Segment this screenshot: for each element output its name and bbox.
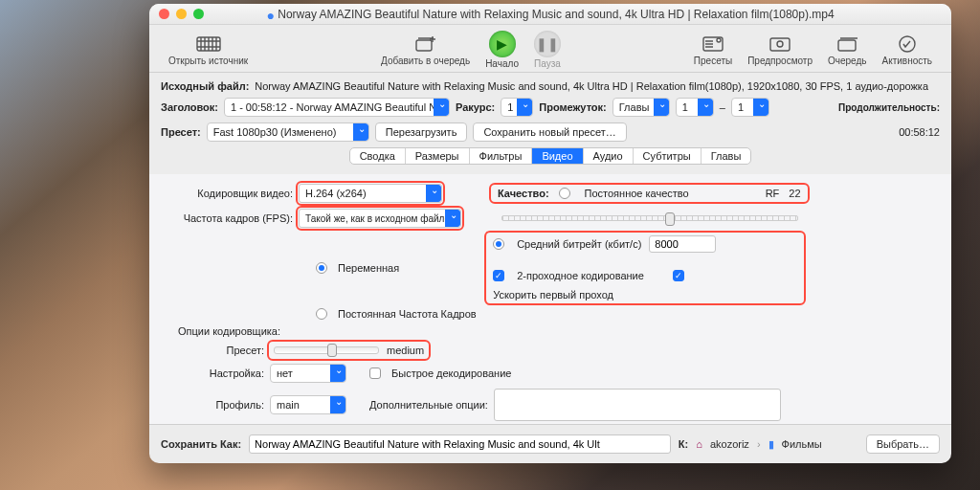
- avg-bitrate-radio[interactable]: [493, 238, 504, 250]
- title-bar: ● Norway AMAZING Beautiful Nature with R…: [149, 4, 951, 25]
- source-row: Исходный файл: Norway AMAZING Beautiful …: [161, 80, 940, 92]
- extra-options-input[interactable]: [494, 389, 781, 421]
- source-label: Исходный файл:: [161, 80, 249, 92]
- add-to-queue-button[interactable]: Добавить в очередь: [373, 33, 478, 66]
- encoder-select[interactable]: H.264 (x264): [299, 184, 442, 203]
- presets-icon: [700, 33, 726, 55]
- extra-options-label: Дополнительные опции:: [369, 399, 488, 411]
- constant-quality-radio[interactable]: [559, 188, 570, 199]
- home-icon: ⌂: [696, 438, 702, 450]
- bitrate-input[interactable]: [649, 235, 716, 253]
- chapter-to[interactable]: 1: [731, 98, 769, 117]
- angle-label: Ракурс:: [456, 101, 495, 113]
- enc-preset-slider[interactable]: [274, 346, 379, 354]
- preset-label: Пресет:: [161, 126, 201, 138]
- tab-chapters[interactable]: Главы: [702, 148, 751, 164]
- quality-group: Качество: Постоянное качество RF 22: [492, 186, 807, 201]
- content-area: Исходный файл: Norway AMAZING Beautiful …: [149, 73, 951, 424]
- profile-select[interactable]: main: [270, 395, 346, 414]
- constant-quality-label: Постоянное качество: [585, 188, 689, 199]
- chapter-from[interactable]: 1: [676, 98, 714, 117]
- duration-block: Продолжительность:: [838, 102, 940, 113]
- rf-label: RF: [766, 188, 780, 199]
- queue-icon: [834, 33, 860, 55]
- svg-point-5: [777, 41, 783, 47]
- tune-label: Настройка:: [168, 368, 264, 379]
- two-pass-label: 2-проходное кодирование: [517, 270, 644, 281]
- fps-select[interactable]: Такой же, как в исходном файле: [299, 209, 461, 228]
- svg-rect-1: [416, 40, 432, 51]
- path-folder: Фильмы: [782, 438, 822, 450]
- tab-subtitles[interactable]: Субтитры: [634, 148, 702, 164]
- tab-dimensions[interactable]: Размеры: [406, 148, 470, 164]
- range-label: Промежуток:: [539, 101, 607, 113]
- tune-select[interactable]: нет: [270, 364, 346, 383]
- save-as-input[interactable]: [249, 434, 671, 454]
- cfr-radio[interactable]: [316, 308, 327, 320]
- svg-rect-6: [838, 40, 856, 51]
- queue-add-icon: [412, 33, 439, 55]
- save-as-label: Сохранить Как:: [161, 438, 241, 450]
- minimize-icon[interactable]: [176, 9, 187, 19]
- quality-slider[interactable]: [501, 215, 798, 221]
- tabs-segment[interactable]: Сводка Размеры Фильтры Видео Аудио Субти…: [349, 147, 752, 165]
- range-select[interactable]: Главы: [612, 98, 670, 117]
- tab-summary[interactable]: Сводка: [350, 148, 406, 164]
- zoom-icon[interactable]: [193, 9, 204, 19]
- app-window: ● Norway AMAZING Beautiful Nature with R…: [149, 4, 951, 463]
- preset-row: Пресет: Fast 1080p30 (Изменено) Перезагр…: [161, 122, 940, 142]
- dest-label: К:: [679, 438, 688, 450]
- presets-button[interactable]: Пресеты: [686, 33, 740, 66]
- bitrate-group: Средний битрейт (кбит/с) ✓ 2-проходное к…: [487, 234, 803, 302]
- folder-icon: ▮: [768, 438, 774, 451]
- traffic-lights: [149, 9, 204, 19]
- title-header-label: Заголовок:: [161, 101, 218, 113]
- fast-decode-label: Быстрое декодирование: [391, 368, 511, 379]
- path-user: akozoriz: [710, 438, 749, 450]
- activity-icon: [894, 33, 921, 55]
- turbo-label: Ускорить первый проход: [493, 289, 613, 301]
- quality-label: Качество:: [498, 188, 549, 199]
- vfr-label: Переменная: [338, 262, 399, 274]
- pause-icon: ❚❚: [534, 31, 561, 57]
- profile-label: Профиль:: [168, 399, 264, 411]
- duration-value: 00:58:12: [899, 126, 940, 138]
- tab-video[interactable]: Видео: [532, 148, 583, 164]
- fast-decode-checkbox[interactable]: [369, 368, 381, 379]
- activity-button[interactable]: Активность: [875, 33, 941, 66]
- preset-select[interactable]: Fast 1080p30 (Изменено): [207, 122, 369, 142]
- tab-bar: Сводка Размеры Фильтры Видео Аудио Субти…: [161, 147, 940, 165]
- preview-button[interactable]: Предпросмотр: [740, 33, 820, 66]
- fps-label: Частота кадров (FPS):: [168, 212, 293, 224]
- vfr-radio[interactable]: [316, 262, 327, 274]
- tab-audio[interactable]: Аудио: [584, 148, 634, 164]
- enc-preset-value: medium: [387, 345, 424, 356]
- window-title: ● Norway AMAZING Beautiful Nature with R…: [149, 8, 951, 21]
- rf-value: 22: [789, 188, 800, 199]
- title-select[interactable]: 1 - 00:58:12 - Norway AMAZING Beautiful …: [224, 98, 450, 117]
- angle-select[interactable]: 1: [501, 98, 533, 117]
- enc-options-label: Опции кодировщика:: [168, 325, 293, 337]
- title-row: Заголовок: 1 - 00:58:12 - Norway AMAZING…: [161, 98, 940, 117]
- reload-button[interactable]: Перезагрузить: [375, 122, 468, 142]
- svg-rect-4: [770, 38, 790, 51]
- pause-button[interactable]: ❚❚ Пауза: [526, 31, 568, 69]
- cfr-label: Постоянная Частота Кадров: [338, 308, 477, 320]
- chevron-icon: ›: [757, 438, 761, 450]
- two-pass-checkbox[interactable]: ✓: [493, 270, 504, 281]
- footer: Сохранить Как: К: ⌂ akozoriz › ▮ Фильмы …: [149, 424, 951, 463]
- film-icon: [195, 33, 222, 55]
- close-icon[interactable]: [159, 9, 169, 19]
- queue-button[interactable]: Очередь: [820, 33, 875, 66]
- encoder-label: Кодировщик видео:: [168, 188, 293, 199]
- play-icon: ▶: [489, 31, 516, 57]
- turbo-checkbox[interactable]: ✓: [673, 270, 684, 281]
- eye-icon: [767, 33, 793, 55]
- video-panel: Кодировщик видео: H.264 (x264) Качество:…: [149, 174, 951, 424]
- start-button[interactable]: ▶ Начало: [478, 31, 526, 69]
- save-preset-button[interactable]: Сохранить новый пресет…: [473, 122, 626, 142]
- enc-preset-label: Пресет:: [168, 345, 264, 356]
- tab-filters[interactable]: Фильтры: [470, 148, 533, 164]
- open-source-button[interactable]: Открыть источник: [161, 33, 256, 66]
- choose-button[interactable]: Выбрать…: [866, 434, 940, 454]
